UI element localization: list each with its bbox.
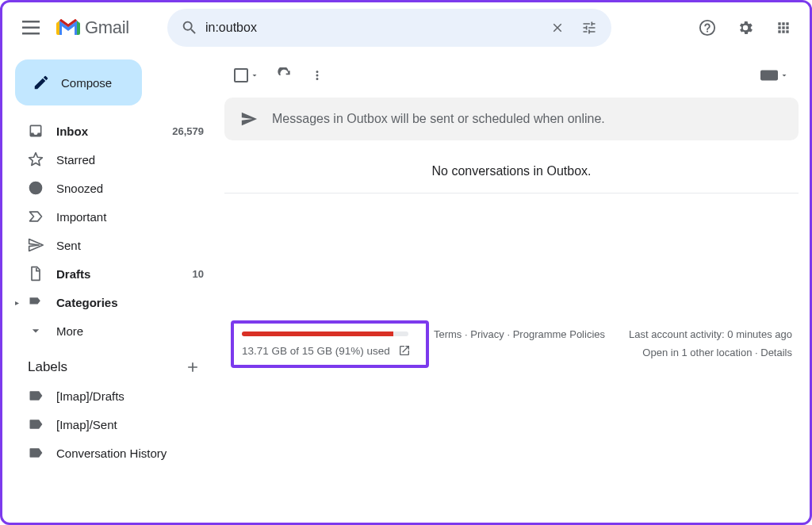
- activity-details-link[interactable]: Details: [760, 347, 792, 358]
- storage-text: 13.71 GB of 15 GB (91%) used: [242, 345, 390, 357]
- label-icon: [28, 445, 44, 461]
- sidebar-item-inbox[interactable]: Inbox26,579: [10, 117, 216, 145]
- activity-locations: Open in 1 other location: [642, 347, 752, 358]
- hamburger-icon: [22, 21, 40, 35]
- footer-links: Terms · Privacy · Programme Policies: [429, 320, 610, 368]
- search-bar[interactable]: [167, 9, 611, 47]
- tune-icon: [581, 20, 597, 36]
- activity-line: Last account activity: 0 minutes ago: [610, 325, 792, 343]
- sidebar-item-categories[interactable]: ▸Categories: [10, 288, 216, 316]
- label-item[interactable]: [Imap]/Drafts: [10, 381, 216, 410]
- settings-button[interactable]: [729, 11, 762, 44]
- file-icon: [28, 266, 44, 282]
- sidebar-item-count: 26,579: [172, 125, 204, 137]
- sidebar-item-label: Categories: [56, 296, 204, 309]
- sidebar-item-count: 10: [193, 268, 204, 280]
- gmail-logo[interactable]: Gmail: [56, 17, 129, 38]
- folder-list: Inbox26,579StarredSnoozedImportantSentDr…: [10, 117, 216, 345]
- sidebar-item-important[interactable]: Important: [10, 202, 216, 231]
- keyboard-icon: [760, 70, 778, 81]
- gear-icon: [737, 19, 754, 36]
- sidebar: Compose Inbox26,579StarredSnoozedImporta…: [2, 53, 224, 523]
- dropdown-caret-icon: [250, 71, 259, 80]
- empty-text: No conversations in Outbox.: [432, 164, 592, 178]
- label-item-text: [Imap]/Sent: [56, 418, 204, 431]
- sidebar-item-drafts[interactable]: Drafts10: [10, 259, 216, 288]
- support-button[interactable]: [691, 11, 724, 44]
- gmail-logo-text: Gmail: [85, 17, 129, 38]
- close-icon: [550, 21, 565, 35]
- label-item-text: [Imap]/Drafts: [56, 389, 204, 403]
- svg-rect-1: [760, 71, 778, 81]
- header-actions: [691, 11, 800, 44]
- plus-icon: [185, 359, 201, 375]
- search-options-button[interactable]: [573, 20, 605, 36]
- open-in-new-icon: [398, 344, 411, 357]
- storage-progress-fill: [242, 331, 393, 336]
- toolbar: [224, 53, 799, 98]
- refresh-button[interactable]: [277, 67, 293, 83]
- clock-icon: [28, 180, 44, 196]
- refresh-icon: [277, 67, 293, 83]
- label-item[interactable]: Conversation History: [10, 439, 216, 467]
- sidebar-item-label: More: [56, 324, 204, 338]
- empty-state: No conversations in Outbox.: [224, 150, 799, 194]
- compose-label: Compose: [61, 76, 112, 90]
- important-icon: [28, 209, 44, 224]
- sidebar-item-label: Snoozed: [56, 182, 204, 195]
- search-input[interactable]: [205, 21, 542, 35]
- select-all[interactable]: [234, 68, 259, 82]
- policies-link[interactable]: Programme Policies: [513, 328, 605, 340]
- sidebar-item-sent[interactable]: Sent: [10, 231, 216, 259]
- clear-search-button[interactable]: [542, 21, 573, 35]
- sidebar-item-label: Sent: [56, 239, 204, 252]
- star-icon: [28, 151, 44, 167]
- manage-storage-link[interactable]: [398, 344, 411, 357]
- terms-link[interactable]: Terms: [434, 328, 462, 340]
- search-icon[interactable]: [174, 19, 205, 36]
- header: Gmail: [2, 2, 810, 53]
- main-menu-button[interactable]: [12, 9, 50, 47]
- main-panel: Messages in Outbox will be sent or sched…: [224, 53, 810, 523]
- labels-list: [Imap]/Drafts[Imap]/SentConversation His…: [10, 381, 216, 467]
- label-item[interactable]: [Imap]/Sent: [10, 410, 216, 439]
- labels-title: Labels: [28, 359, 67, 375]
- label-icon: [28, 388, 44, 404]
- inbox-icon: [28, 123, 44, 139]
- outbox-banner: Messages in Outbox will be sent or sched…: [224, 98, 799, 140]
- sidebar-item-starred[interactable]: Starred: [10, 145, 216, 174]
- more-actions-button[interactable]: [310, 68, 324, 82]
- more-icon: [28, 323, 44, 339]
- banner-text: Messages in Outbox will be sent or sched…: [272, 112, 605, 126]
- pencil-icon: [33, 74, 50, 91]
- label-item-text: Conversation History: [56, 446, 204, 460]
- input-tools-button[interactable]: [760, 70, 789, 81]
- send-icon: [28, 237, 44, 253]
- storage-highlight: 13.71 GB of 15 GB (91%) used: [231, 320, 429, 368]
- apps-grid-icon: [776, 20, 791, 36]
- svg-point-0: [700, 21, 714, 35]
- sidebar-item-more[interactable]: More: [10, 316, 216, 345]
- gmail-logo-icon: [56, 19, 80, 36]
- activity-info: Last account activity: 0 minutes ago Ope…: [610, 320, 792, 368]
- help-icon: [699, 19, 716, 36]
- sidebar-item-label: Inbox: [56, 125, 172, 138]
- send-icon: [240, 110, 258, 128]
- privacy-link[interactable]: Privacy: [470, 328, 504, 340]
- sidebar-item-snoozed[interactable]: Snoozed: [10, 174, 216, 202]
- category-icon: [28, 294, 44, 310]
- more-vert-icon: [310, 68, 324, 82]
- label-icon: [28, 416, 44, 432]
- checkbox-icon: [234, 68, 248, 82]
- sidebar-item-label: Starred: [56, 153, 204, 167]
- sidebar-item-label: Drafts: [56, 267, 193, 281]
- add-label-button[interactable]: [185, 359, 201, 375]
- sidebar-item-label: Important: [56, 210, 204, 224]
- footer: 13.71 GB of 15 GB (91%) used Terms · Pri…: [224, 320, 799, 368]
- dropdown-caret-icon: [779, 71, 789, 80]
- apps-button[interactable]: [767, 11, 800, 44]
- storage-progress: [242, 331, 408, 336]
- compose-button[interactable]: Compose: [15, 59, 142, 105]
- labels-header: Labels: [10, 345, 216, 381]
